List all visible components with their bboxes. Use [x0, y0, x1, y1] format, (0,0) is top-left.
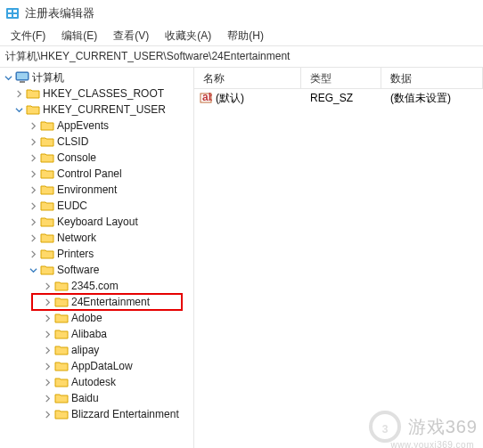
- folder-icon: [40, 135, 54, 148]
- tree-item-keyboard-layout[interactable]: Keyboard Layout: [0, 214, 193, 230]
- chevron-right-icon[interactable]: [41, 360, 53, 372]
- svg-rect-2: [13, 10, 17, 12]
- folder-icon: [40, 216, 54, 228]
- menu-view[interactable]: 查看(V): [106, 27, 156, 45]
- chevron-right-icon[interactable]: [27, 167, 39, 180]
- svg-rect-0: [6, 8, 19, 19]
- tree-item-alibaba[interactable]: Alibaba: [0, 326, 193, 342]
- tree-item-blizzard-entertainment[interactable]: Blizzard Entertainment: [0, 406, 193, 422]
- tree-hkcr[interactable]: HKEY_CLASSES_ROOT: [0, 86, 193, 102]
- tree-label: AppDataLow: [71, 360, 133, 372]
- list-row[interactable]: ab (默认) REG_SZ (数值未设置): [194, 89, 483, 107]
- folder-icon: [40, 200, 54, 212]
- chevron-down-icon[interactable]: [12, 103, 25, 116]
- chevron-right-icon[interactable]: [27, 183, 39, 196]
- col-data[interactable]: 数据: [381, 68, 483, 88]
- menu-file[interactable]: 文件(F): [4, 27, 53, 45]
- chevron-right-icon[interactable]: [27, 135, 39, 148]
- menu-edit[interactable]: 编辑(E): [54, 27, 104, 45]
- tree-label: Alibaba: [71, 328, 107, 340]
- chevron-right-icon[interactable]: [41, 376, 53, 388]
- value-data: (数值未设置): [381, 91, 483, 106]
- list-header: 名称 类型 数据: [194, 68, 483, 89]
- value-name: (默认): [216, 91, 244, 106]
- tree-label: AppEvents: [57, 119, 109, 132]
- svg-rect-3: [8, 14, 12, 17]
- col-type[interactable]: 类型: [301, 68, 381, 88]
- chevron-right-icon[interactable]: [27, 200, 39, 212]
- chevron-right-icon[interactable]: [41, 312, 53, 324]
- chevron-right-icon[interactable]: [41, 408, 53, 420]
- folder-icon: [54, 280, 69, 292]
- folder-icon: [54, 344, 69, 356]
- chevron-down-icon[interactable]: [27, 264, 39, 276]
- folder-icon: [26, 103, 40, 116]
- tree-item-autodesk[interactable]: Autodesk: [0, 374, 193, 390]
- tree-label: HKEY_CLASSES_ROOT: [43, 87, 164, 100]
- tree-root-computer[interactable]: 计算机: [0, 69, 193, 86]
- folder-icon: [40, 248, 54, 260]
- svg-rect-7: [20, 81, 25, 83]
- chevron-right-icon[interactable]: [41, 328, 53, 340]
- tree-label: 24Entertainment: [71, 296, 150, 308]
- tree-item-console[interactable]: Console: [0, 150, 193, 166]
- tree-item-environment[interactable]: Environment: [0, 182, 193, 198]
- tree-item-adobe[interactable]: Adobe: [0, 310, 193, 326]
- tree-item-baidu[interactable]: Baidu: [0, 390, 193, 406]
- chevron-right-icon[interactable]: [27, 151, 39, 164]
- tree-panel[interactable]: 计算机 HKEY_CLASSES_ROOT HKEY_CURRENT_USER …: [0, 68, 194, 448]
- folder-icon: [54, 360, 69, 372]
- address-text: 计算机\HKEY_CURRENT_USER\Software\24Enterta…: [5, 49, 290, 64]
- tree-item-printers[interactable]: Printers: [0, 246, 193, 262]
- chevron-right-icon[interactable]: [12, 87, 25, 100]
- tree-item-clsid[interactable]: CLSID: [0, 134, 193, 150]
- tree-label: Network: [57, 232, 96, 244]
- menu-favorites[interactable]: 收藏夹(A): [158, 27, 218, 45]
- chevron-right-icon[interactable]: [41, 296, 53, 308]
- tree-label: alipay: [71, 344, 99, 356]
- main-split: 计算机 HKEY_CLASSES_ROOT HKEY_CURRENT_USER …: [0, 68, 483, 448]
- string-value-icon: ab: [200, 92, 212, 104]
- tree-label: 计算机: [32, 70, 64, 86]
- folder-icon: [26, 87, 40, 100]
- tree-item-software[interactable]: Software: [0, 262, 193, 278]
- col-name[interactable]: 名称: [194, 68, 301, 88]
- chevron-right-icon[interactable]: [41, 280, 53, 292]
- tree-item-2345-com[interactable]: 2345.com: [0, 278, 193, 294]
- folder-icon: [54, 296, 69, 308]
- tree-item-control-panel[interactable]: Control Panel: [0, 166, 193, 182]
- folder-icon: [40, 232, 54, 244]
- tree-item-alipay[interactable]: alipay: [0, 342, 193, 358]
- chevron-right-icon[interactable]: [27, 216, 39, 228]
- folder-icon: [54, 312, 69, 324]
- watermark-url: www.youxi369.com: [390, 440, 474, 448]
- titlebar: 注册表编辑器: [0, 0, 483, 27]
- tree-hkcu[interactable]: HKEY_CURRENT_USER: [0, 102, 193, 118]
- tree-label: 2345.com: [71, 280, 119, 292]
- chevron-right-icon[interactable]: [27, 232, 39, 244]
- computer-icon: [15, 71, 29, 84]
- folder-icon: [40, 151, 54, 164]
- tree-label: Control Panel: [57, 167, 122, 180]
- tree-label: Keyboard Layout: [57, 216, 138, 228]
- tree-label: Baidu: [71, 392, 99, 404]
- tree-label: Printers: [57, 248, 94, 260]
- folder-icon: [40, 183, 54, 196]
- chevron-right-icon[interactable]: [41, 344, 53, 356]
- menu-help[interactable]: 帮助(H): [220, 27, 271, 45]
- tree-item-appdatalow[interactable]: AppDataLow: [0, 358, 193, 374]
- svg-rect-4: [13, 14, 17, 17]
- chevron-right-icon[interactable]: [41, 392, 53, 404]
- tree-item-appevents[interactable]: AppEvents: [0, 118, 193, 134]
- addressbar[interactable]: 计算机\HKEY_CURRENT_USER\Software\24Enterta…: [0, 46, 483, 68]
- tree-label: EUDC: [57, 200, 87, 212]
- chevron-down-icon[interactable]: [2, 71, 14, 84]
- menubar: 文件(F) 编辑(E) 查看(V) 收藏夹(A) 帮助(H): [0, 27, 483, 46]
- tree-item-24entertainment[interactable]: 24Entertainment: [0, 294, 193, 310]
- chevron-right-icon[interactable]: [27, 119, 39, 132]
- tree-label: Blizzard Entertainment: [71, 408, 179, 420]
- tree-item-network[interactable]: Network: [0, 230, 193, 246]
- tree-label: Autodesk: [71, 376, 116, 388]
- chevron-right-icon[interactable]: [27, 248, 39, 260]
- tree-item-eudc[interactable]: EUDC: [0, 198, 193, 214]
